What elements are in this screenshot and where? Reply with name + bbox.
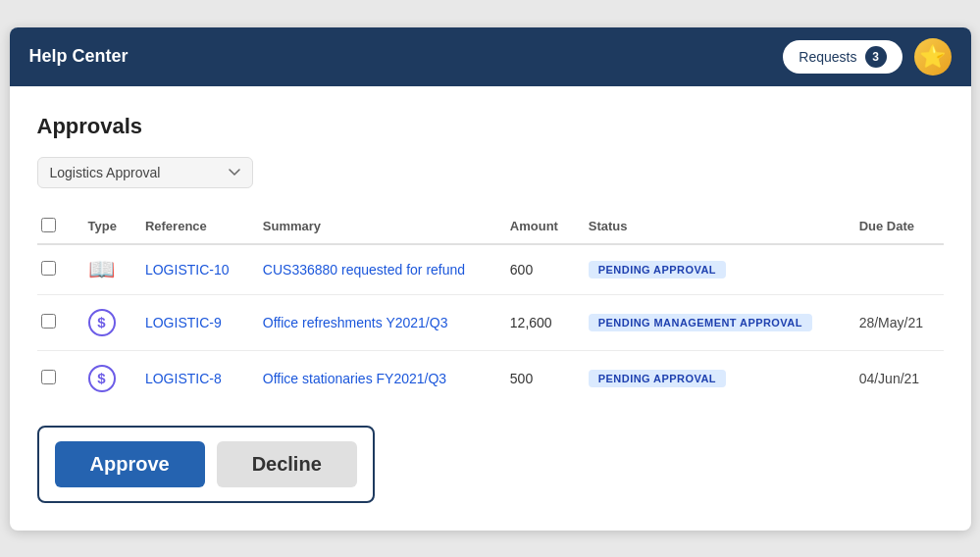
col-type: Type xyxy=(77,210,133,244)
row1-summary: CUS336880 requested for refund xyxy=(251,244,498,295)
table-row: $ LOGISTIC-9 Office refreshments Y2021/Q… xyxy=(37,294,944,350)
app-title: Help Center xyxy=(29,46,129,67)
row2-due-date: 28/May/21 xyxy=(848,294,944,350)
col-amount: Amount xyxy=(498,210,577,244)
book-icon: 📖 xyxy=(88,257,115,281)
col-reference: Reference xyxy=(133,210,251,244)
avatar[interactable]: ⭐ xyxy=(914,38,952,76)
requests-label: Requests xyxy=(799,49,856,65)
decline-button[interactable]: Decline xyxy=(217,441,357,487)
row2-type: $ xyxy=(77,294,133,350)
row3-ref-link[interactable]: LOGISTIC-8 xyxy=(145,371,222,386)
requests-badge: 3 xyxy=(865,46,887,68)
row1-summary-link[interactable]: CUS336880 requested for refund xyxy=(263,262,465,278)
header: Help Center Requests 3 ⭐ xyxy=(10,27,971,86)
row3-status: PENDING APPROVAL xyxy=(577,350,848,406)
table-header-row: Type Reference Summary Amount Status Due… xyxy=(37,210,944,244)
row3-type: $ xyxy=(77,350,133,406)
select-all-checkbox[interactable] xyxy=(41,218,56,232)
table-row: 📖 LOGISTIC-10 CUS336880 requested for re… xyxy=(37,244,944,295)
row2-amount: 12,600 xyxy=(498,294,577,350)
row1-ref-link[interactable]: LOGISTIC-10 xyxy=(145,262,230,278)
row3-reference: LOGISTIC-8 xyxy=(133,350,251,406)
row3-due-date: 04/Jun/21 xyxy=(848,350,944,406)
content-area: Approvals Logistics Approval HR Approval… xyxy=(10,86,971,531)
avatar-icon: ⭐ xyxy=(919,44,946,70)
table-row: $ LOGISTIC-8 Office stationaries FY2021/… xyxy=(37,350,944,406)
row3-summary: Office stationaries FY2021/Q3 xyxy=(251,350,498,406)
row3-summary-link[interactable]: Office stationaries FY2021/Q3 xyxy=(263,371,446,386)
row1-due-date xyxy=(848,244,944,295)
row1-reference: LOGISTIC-10 xyxy=(133,244,251,295)
main-window: Help Center Requests 3 ⭐ Approvals Logis… xyxy=(10,27,971,531)
status-badge: PENDING APPROVAL xyxy=(589,370,726,387)
row2-summary-link[interactable]: Office refreshments Y2021/Q3 xyxy=(263,315,448,330)
col-checkbox xyxy=(37,210,77,244)
row2-checkbox[interactable] xyxy=(41,314,56,329)
row2-ref-link[interactable]: LOGISTIC-9 xyxy=(145,315,222,330)
row2-summary: Office refreshments Y2021/Q3 xyxy=(251,294,498,350)
col-status: Status xyxy=(577,210,848,244)
row1-type: 📖 xyxy=(77,244,133,295)
dollar-icon: $ xyxy=(88,365,116,392)
row3-checkbox[interactable] xyxy=(41,370,56,384)
col-due-date: Due Date xyxy=(848,210,944,244)
approve-button[interactable]: Approve xyxy=(55,441,205,487)
action-buttons-container: Approve Decline xyxy=(37,426,375,503)
filter-row: Logistics Approval HR Approval Finance A… xyxy=(37,157,944,188)
status-badge: PENDING APPROVAL xyxy=(589,261,726,278)
requests-button[interactable]: Requests 3 xyxy=(783,40,902,74)
header-actions: Requests 3 ⭐ xyxy=(783,38,951,76)
row1-checkbox[interactable] xyxy=(41,261,56,276)
page-title: Approvals xyxy=(37,114,944,139)
dollar-icon: $ xyxy=(88,309,116,336)
row1-status: PENDING APPROVAL xyxy=(577,244,848,295)
row2-checkbox-cell xyxy=(37,294,77,350)
row3-checkbox-cell xyxy=(37,350,77,406)
row1-amount: 600 xyxy=(498,244,577,295)
approval-type-select[interactable]: Logistics Approval HR Approval Finance A… xyxy=(37,157,253,188)
row3-amount: 500 xyxy=(498,350,577,406)
row2-reference: LOGISTIC-9 xyxy=(133,294,251,350)
row1-checkbox-cell xyxy=(37,244,77,295)
approvals-table: Type Reference Summary Amount Status Due… xyxy=(37,210,944,406)
status-badge: PENDING MANAGEMENT APPROVAL xyxy=(589,314,812,331)
col-summary: Summary xyxy=(251,210,498,244)
row2-status: PENDING MANAGEMENT APPROVAL xyxy=(577,294,848,350)
